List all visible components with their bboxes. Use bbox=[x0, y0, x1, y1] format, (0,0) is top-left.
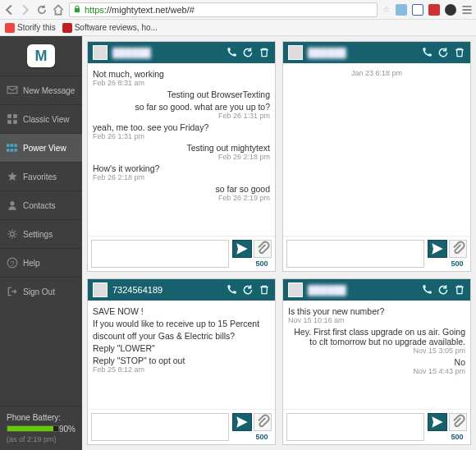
compose-row: 500 bbox=[283, 236, 470, 271]
message-input[interactable] bbox=[91, 413, 229, 441]
message-text: If you would like to receive up to 15 Pe… bbox=[93, 319, 270, 328]
trash-icon[interactable] bbox=[259, 47, 270, 58]
sidebar-item-label: Classic View bbox=[23, 115, 70, 124]
attach-button[interactable] bbox=[449, 240, 467, 258]
bookmark-item[interactable]: Software reviews, ho... bbox=[62, 23, 158, 33]
message: Reply "LOWER" bbox=[93, 343, 270, 353]
menu-icon[interactable] bbox=[461, 4, 473, 16]
message-text: so far so good bbox=[93, 184, 270, 194]
sidebar-item-label: Power View bbox=[23, 144, 66, 153]
svg-rect-2 bbox=[7, 114, 11, 118]
refresh-icon[interactable] bbox=[437, 284, 449, 296]
refresh-icon[interactable] bbox=[242, 284, 254, 296]
sidebar-item-classic-view[interactable]: Classic View bbox=[0, 104, 82, 133]
forward-icon[interactable] bbox=[20, 4, 31, 16]
send-button[interactable] bbox=[428, 240, 447, 258]
contact-name[interactable]: ██████ bbox=[308, 285, 416, 295]
svg-rect-8 bbox=[14, 144, 17, 147]
send-button[interactable] bbox=[232, 240, 252, 258]
message: Testing out BrowserTexting bbox=[93, 90, 270, 99]
sidebar-item-power-view[interactable]: Power View bbox=[0, 133, 82, 162]
sidebar-item-label: Contacts bbox=[23, 201, 55, 210]
message-list: Not much, workingFeb 26 8:31 amTesting o… bbox=[88, 63, 275, 236]
sidebar-item-icon bbox=[7, 85, 18, 96]
address-bar[interactable]: https://mightytext.net/web/# bbox=[69, 2, 378, 17]
browser-toolbar: https://mightytext.net/web/# ☆ bbox=[0, 0, 476, 20]
svg-rect-11 bbox=[14, 149, 17, 152]
battery-asof: (as of 2:19 pm) bbox=[7, 435, 76, 443]
svg-rect-7 bbox=[11, 144, 14, 147]
message-text: No bbox=[288, 357, 465, 367]
trash-icon[interactable] bbox=[454, 284, 465, 296]
call-icon[interactable] bbox=[421, 47, 433, 58]
send-button[interactable] bbox=[232, 413, 252, 431]
attach-button[interactable] bbox=[449, 413, 467, 431]
compose-row: 500 bbox=[88, 236, 275, 271]
attach-button[interactable] bbox=[254, 413, 272, 431]
svg-rect-4 bbox=[7, 120, 11, 124]
message-list: Is this your new number?Nov 15 10:16 amH… bbox=[283, 301, 470, 409]
sidebar-item-settings[interactable]: Settings bbox=[0, 219, 82, 248]
call-icon[interactable] bbox=[421, 284, 433, 296]
message-text: How's it working? bbox=[93, 163, 270, 173]
ext-icon-4[interactable] bbox=[445, 4, 456, 16]
message: Not much, workingFeb 26 8:31 am bbox=[93, 69, 270, 87]
star-icon[interactable]: ☆ bbox=[382, 4, 391, 15]
compose-row: 500 bbox=[88, 409, 275, 444]
svg-rect-5 bbox=[13, 120, 17, 124]
message-input[interactable] bbox=[286, 240, 424, 268]
sidebar: M New MessageClassic ViewPower ViewFavor… bbox=[0, 36, 82, 450]
card-header: ██████ bbox=[88, 42, 275, 63]
message-text: yeah, me too. see you Friday? bbox=[93, 122, 270, 132]
sidebar-item-help[interactable]: ?Help bbox=[0, 248, 82, 277]
message: Testing out mightytextFeb 26 2:18 pm bbox=[93, 143, 270, 161]
refresh-icon[interactable] bbox=[437, 47, 449, 58]
sidebar-item-icon bbox=[7, 142, 18, 154]
contact-name[interactable]: 7324564189 bbox=[112, 285, 221, 295]
conversation-grid: ██████Not much, workingFeb 26 8:31 amTes… bbox=[82, 36, 476, 450]
message-text: Testing out BrowserTexting bbox=[93, 90, 270, 99]
sidebar-item-icon bbox=[7, 171, 18, 182]
back-icon[interactable] bbox=[3, 4, 15, 16]
sidebar-item-contacts[interactable]: Contacts bbox=[0, 191, 82, 219]
sidebar-item-label: Help bbox=[23, 259, 40, 268]
message-text: discount off your Gas & Electric bills? bbox=[93, 331, 270, 341]
trash-icon[interactable] bbox=[454, 47, 465, 58]
ext-icon-3[interactable] bbox=[428, 4, 440, 16]
contact-name[interactable]: ██████ bbox=[308, 48, 416, 57]
message-text: Reply "STOP" to opt out bbox=[93, 356, 270, 365]
app-logo[interactable]: M bbox=[0, 36, 82, 76]
sidebar-item-label: New Message bbox=[23, 86, 75, 95]
sidebar-item-icon bbox=[7, 113, 18, 125]
card-header: ██████ bbox=[283, 279, 470, 301]
message-date: Jan 23 6:18 pm bbox=[288, 69, 465, 77]
bookmark-item[interactable]: Storify this bbox=[5, 23, 56, 33]
message-text: Testing out mightytext bbox=[93, 143, 270, 153]
message-date: Feb 26 2:18 pm bbox=[93, 173, 270, 181]
sidebar-item-icon bbox=[7, 228, 18, 240]
sidebar-item-icon: ? bbox=[7, 257, 18, 269]
message-date: Nov 15 10:16 am bbox=[288, 316, 465, 324]
message-date: Nov 15 3:05 pm bbox=[288, 347, 465, 355]
reload-icon[interactable] bbox=[36, 4, 48, 16]
sidebar-item-new-message[interactable]: New Message bbox=[0, 76, 82, 104]
message-input[interactable] bbox=[91, 240, 229, 268]
send-button[interactable] bbox=[428, 413, 447, 431]
sidebar-item-sign-out[interactable]: Sign Out bbox=[0, 277, 82, 305]
sidebar-item-favorites[interactable]: Favorites bbox=[0, 162, 82, 191]
call-icon[interactable] bbox=[226, 47, 237, 58]
message: Is this your new number?Nov 15 10:16 am bbox=[288, 306, 465, 324]
trash-icon[interactable] bbox=[259, 284, 270, 296]
char-count: 500 bbox=[447, 433, 467, 441]
refresh-icon[interactable] bbox=[242, 47, 254, 58]
home-icon[interactable] bbox=[53, 4, 64, 16]
message: Reply "STOP" to opt outFeb 25 8:12 am bbox=[93, 356, 270, 374]
message-list: Jan 23 6:18 pm bbox=[283, 63, 470, 236]
call-icon[interactable] bbox=[226, 284, 237, 296]
attach-button[interactable] bbox=[254, 240, 272, 258]
ext-icon-1[interactable] bbox=[396, 4, 407, 16]
compose-row: 500 bbox=[283, 409, 470, 444]
message-input[interactable] bbox=[286, 413, 424, 441]
ext-icon-2[interactable] bbox=[412, 4, 423, 16]
contact-name[interactable]: ██████ bbox=[112, 48, 221, 57]
